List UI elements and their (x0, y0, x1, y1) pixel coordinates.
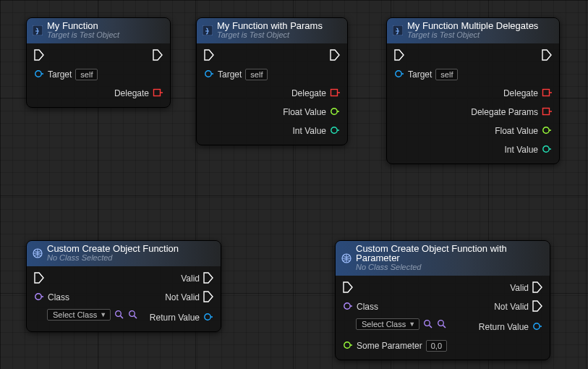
pin-label: Valid (510, 283, 529, 293)
node-custom-create-object-with-parameter[interactable]: Custom Create Object Function with Param… (335, 240, 550, 360)
target-input-pin[interactable]: Target self (34, 67, 98, 82)
delegate-output-pin[interactable]: Delegate (291, 85, 340, 101)
delegate-output-pin[interactable]: Delegate (114, 85, 163, 101)
pin-label: Return Value (150, 313, 200, 323)
target-input-pin[interactable]: Target self (204, 67, 268, 82)
node-header[interactable]: Custom Create Object Function No Class S… (27, 241, 221, 266)
pin-label: Valid (181, 273, 200, 284)
node-header[interactable]: Custom Create Object Function with Param… (336, 241, 550, 276)
node-subtitle: Target is Test Object (407, 30, 538, 40)
float-value-output-pin[interactable]: Float Value (495, 123, 552, 139)
node-custom-create-object[interactable]: Custom Create Object Function No Class S… (26, 240, 221, 332)
node-title: My Function Multiple Delegates (407, 21, 538, 30)
pin-label: Int Value (293, 126, 326, 136)
node-title: My Function with Params (217, 21, 323, 30)
not-valid-exec-pin[interactable]: Not Valid (165, 289, 213, 305)
node-header[interactable]: My Function Target is Test Object (27, 18, 170, 43)
node-my-function[interactable]: My Function Target is Test Object Target… (26, 17, 171, 108)
node-subtitle: No Class Selected (356, 263, 544, 272)
browse-icon[interactable] (423, 319, 433, 329)
pin-default[interactable]: self (245, 69, 268, 80)
node-title: Custom Create Object Function (47, 244, 179, 253)
node-my-function-multiple-delegates[interactable]: My Function Multiple Delegates Target is… (386, 17, 560, 164)
not-valid-exec-pin[interactable]: Not Valid (494, 299, 542, 315)
node-body: Valid Class Select Class ▼ (336, 276, 550, 360)
search-icon[interactable] (437, 319, 447, 329)
delegate-params-output-pin[interactable]: Delegate Params (471, 104, 552, 120)
exec-in-pin[interactable] (204, 48, 214, 64)
class-input-pin[interactable]: Class (34, 289, 69, 305)
pin-label: Class (48, 292, 69, 302)
pin-label: Target (218, 69, 242, 80)
exec-in-pin[interactable] (394, 48, 404, 64)
pin-label: Some Parameter (357, 341, 422, 351)
pin-label: Float Value (283, 107, 326, 117)
pin-default[interactable]: 0,0 (426, 340, 447, 352)
node-subtitle: No Class Selected (47, 253, 179, 263)
pin-label: Target (48, 69, 72, 80)
pin-label: Float Value (495, 126, 538, 136)
dropdown-label: Select Class (53, 310, 97, 319)
exec-in-pin[interactable] (34, 271, 44, 287)
node-body: Target self Delegate (27, 43, 170, 107)
exec-out-pin[interactable] (153, 48, 163, 64)
delegate-output-pin[interactable]: Delegate (503, 85, 552, 101)
pin-label: Delegate (291, 88, 326, 98)
pin-label: Delegate (503, 88, 538, 98)
pin-label: Not Valid (494, 302, 529, 312)
node-title: Custom Create Object Function with Param… (356, 244, 544, 263)
chevron-down-icon: ▼ (409, 321, 415, 328)
node-body: Target self Delegate Float Value Int Val… (197, 43, 347, 145)
node-body: Target self Delegate Delegate Params Flo… (387, 43, 559, 164)
node-header[interactable]: My Function Multiple Delegates Target is… (387, 18, 559, 43)
dropdown-label: Select Class (362, 320, 406, 328)
function-icon (203, 25, 213, 35)
pin-default[interactable]: self (75, 69, 98, 80)
browse-icon[interactable] (114, 310, 124, 320)
valid-exec-pin[interactable]: Valid (181, 271, 213, 287)
int-value-output-pin[interactable]: Int Value (293, 123, 340, 139)
pin-label: Class (357, 302, 378, 312)
class-input-pin[interactable]: Class (343, 299, 378, 315)
pin-label: Not Valid (165, 292, 200, 302)
exec-out-pin[interactable] (330, 48, 340, 64)
node-my-function-with-params[interactable]: My Function with Params Target is Test O… (196, 17, 348, 145)
int-value-output-pin[interactable]: Int Value (505, 142, 552, 158)
node-header[interactable]: My Function with Params Target is Test O… (197, 18, 347, 43)
function-icon (393, 25, 403, 35)
world-icon (341, 253, 351, 263)
return-value-pin[interactable]: Return Value (150, 310, 213, 326)
class-select-dropdown[interactable]: Select Class ▼ (47, 309, 111, 321)
node-title: My Function (47, 21, 119, 30)
node-body: Valid Class Select Class ▼ (27, 266, 221, 331)
pin-label: Delegate Params (471, 107, 538, 117)
search-icon[interactable] (128, 310, 138, 320)
chevron-down-icon: ▼ (100, 311, 106, 318)
exec-in-pin[interactable] (34, 48, 44, 64)
pin-default[interactable]: self (435, 69, 458, 80)
node-subtitle: Target is Test Object (47, 30, 119, 40)
pin-label: Target (408, 69, 432, 80)
valid-exec-pin[interactable]: Valid (510, 280, 542, 296)
float-value-output-pin[interactable]: Float Value (283, 104, 340, 120)
world-icon (33, 248, 43, 258)
pin-label: Int Value (505, 145, 538, 155)
some-parameter-input-pin[interactable]: Some Parameter 0,0 (343, 338, 447, 354)
function-icon (33, 25, 43, 35)
node-subtitle: Target is Test Object (217, 30, 323, 40)
exec-in-pin[interactable] (343, 280, 353, 296)
pin-label: Delegate (114, 88, 149, 98)
return-value-pin[interactable]: Return Value (479, 319, 542, 335)
class-select-dropdown[interactable]: Select Class ▼ (356, 318, 419, 330)
exec-out-pin[interactable] (542, 48, 552, 64)
target-input-pin[interactable]: Target self (394, 67, 458, 82)
pin-label: Return Value (479, 322, 529, 332)
